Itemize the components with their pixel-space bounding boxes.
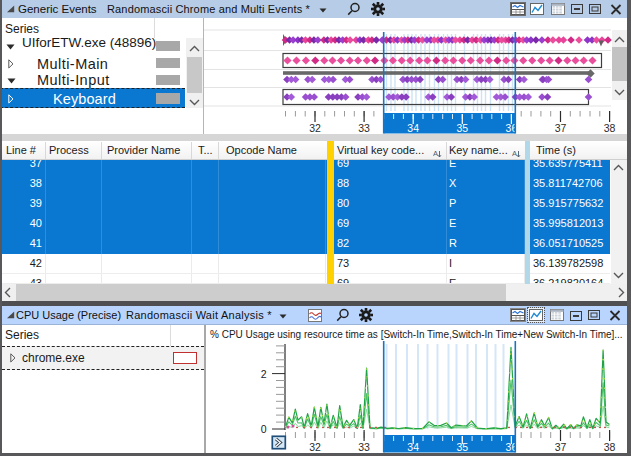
- svg-text:A: A: [512, 149, 517, 158]
- svg-text:37: 37: [555, 122, 567, 134]
- svg-text:33: 33: [358, 441, 370, 453]
- svg-text:38: 38: [604, 122, 616, 134]
- svg-text:35: 35: [456, 122, 468, 134]
- svg-text:33: 33: [358, 122, 370, 134]
- svg-text:35: 35: [456, 441, 468, 453]
- svg-text:34: 34: [407, 441, 419, 453]
- svg-text:34: 34: [407, 122, 419, 134]
- svg-text:37: 37: [555, 441, 567, 453]
- svg-text:A: A: [433, 149, 438, 158]
- svg-text:32: 32: [309, 122, 321, 134]
- svg-text:2: 2: [261, 368, 267, 380]
- svg-text:0: 0: [261, 423, 267, 435]
- svg-text:% CPU Usage using resource tim: % CPU Usage using resource time as [Swit…: [210, 329, 623, 340]
- svg-text:38: 38: [604, 441, 616, 453]
- svg-text:32: 32: [309, 441, 321, 453]
